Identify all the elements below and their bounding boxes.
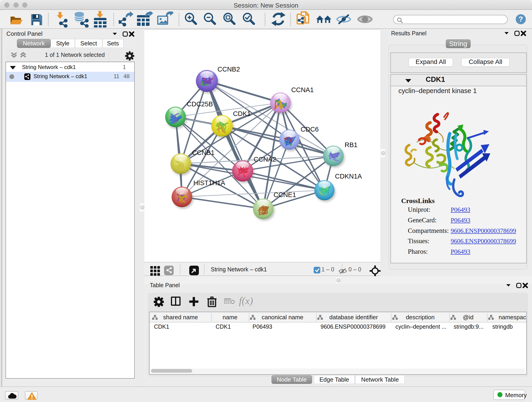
svg-text:CDKN1A: CDKN1A bbox=[335, 172, 362, 180]
svg-text:HIST1H1A: HIST1H1A bbox=[193, 179, 225, 186]
svg-text:CCNB2: CCNB2 bbox=[217, 65, 240, 73]
svg-text:CCNB1: CCNB1 bbox=[192, 149, 215, 156]
svg-text:CDC25B: CDC25B bbox=[187, 100, 213, 108]
svg-text:CCNA1: CCNA1 bbox=[291, 86, 314, 94]
svg-text:RB1: RB1 bbox=[345, 141, 357, 148]
svg-text:CCNE1: CCNE1 bbox=[273, 191, 296, 198]
svg-text:?: ? bbox=[519, 15, 523, 23]
svg-text:CDC6: CDC6 bbox=[301, 126, 319, 133]
svg-text:CDK1: CDK1 bbox=[233, 110, 251, 117]
svg-text:CCNA2: CCNA2 bbox=[254, 156, 276, 163]
